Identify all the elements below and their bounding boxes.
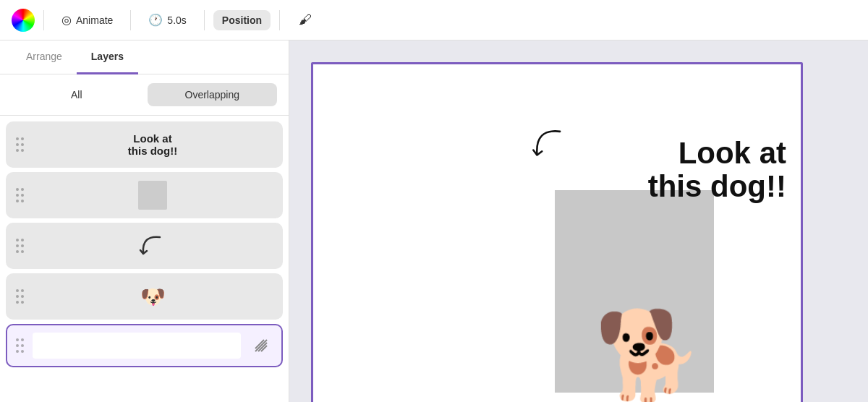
canvas-text-element: Look at this dog!! — [648, 137, 786, 203]
layer-item-text[interactable]: Look atthis dog!! — [6, 121, 283, 168]
toolbar-separator-2 — [130, 10, 131, 30]
duration-label: 5.0s — [167, 14, 186, 26]
main-content: Arrange Layers All Overlapping — [0, 40, 868, 402]
paint-icon: 🖌 — [297, 12, 313, 28]
arrow-svg — [135, 231, 171, 260]
layer-text-preview: Look atthis dog!! — [33, 130, 273, 159]
layer-item-arrow[interactable] — [6, 223, 283, 269]
left-panel: Arrange Layers All Overlapping — [0, 40, 289, 402]
animate-label: Animate — [76, 14, 113, 26]
background-white-rect — [33, 333, 241, 359]
animate-icon: ◎ — [61, 13, 72, 27]
drag-handle-row-top — [16, 137, 24, 140]
drag-handle-row-mid — [16, 143, 24, 146]
filter-bar: All Overlapping — [0, 74, 289, 116]
filter-all-button[interactable]: All — [12, 83, 142, 106]
clock-icon: 🕐 — [148, 13, 163, 27]
tab-bar: Arrange Layers — [0, 40, 289, 74]
drag-handle-arrow[interactable] — [16, 239, 24, 253]
layer-rect-preview — [33, 181, 273, 210]
toolbar: ◎ Animate 🕐 5.0s Position 🖌 — [0, 0, 868, 40]
drag-handle-dog[interactable] — [16, 289, 24, 304]
filter-overlapping-button[interactable]: Overlapping — [148, 83, 278, 106]
position-button[interactable]: Position — [213, 10, 271, 30]
tab-layers[interactable]: Layers — [77, 40, 138, 74]
canvas-arrow-element — [526, 122, 569, 168]
canvas-text-line2: this dog!! — [648, 169, 786, 203]
canvas-text-line1: Look at — [678, 136, 786, 170]
rect-thumbnail — [138, 181, 167, 210]
position-label: Position — [222, 14, 262, 26]
canvas-area[interactable]: Look at this dog!! 🐕 — [289, 40, 868, 402]
layers-list: Look atthis dog!! — [0, 116, 289, 402]
layer-item-rect[interactable] — [6, 172, 283, 218]
layer-dog-preview: 🐶 — [33, 282, 273, 311]
duration-button[interactable]: 🕐 5.0s — [140, 9, 195, 31]
drag-handle-rect[interactable] — [16, 188, 24, 202]
paint-button[interactable]: 🖌 — [289, 8, 322, 33]
layer-item-dog[interactable]: 🐶 — [6, 273, 283, 320]
drag-handle-bg[interactable] — [16, 338, 24, 353]
layer-text-content: Look atthis dog!! — [128, 132, 177, 157]
svg-line-0 — [255, 340, 267, 351]
hatch-pattern-icon — [250, 334, 273, 357]
layer-arrow-preview — [33, 231, 273, 260]
dog-emoji: 🐶 — [140, 285, 166, 309]
toolbar-separator-1 — [43, 10, 44, 30]
drag-handle-text[interactable] — [16, 137, 24, 152]
slide-frame: Look at this dog!! 🐕 — [311, 62, 803, 402]
drag-handle-row-bot — [16, 149, 24, 152]
tab-arrange[interactable]: Arrange — [12, 40, 77, 74]
toolbar-separator-4 — [279, 10, 280, 30]
animate-button[interactable]: ◎ Animate — [53, 9, 122, 31]
color-wheel-button[interactable] — [12, 9, 35, 32]
layer-item-background[interactable] — [6, 324, 283, 367]
canvas-dog-element: 🐕 — [595, 305, 703, 402]
toolbar-separator-3 — [204, 10, 205, 30]
